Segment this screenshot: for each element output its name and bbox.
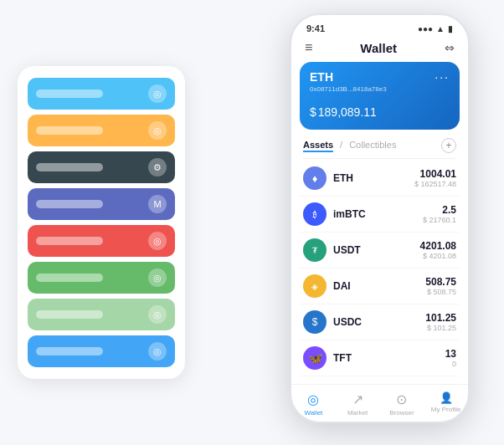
profile-nav-icon: 👤 <box>440 391 453 404</box>
card-icon: ◎ <box>148 232 167 250</box>
assets-tabs: Assets / Collectibles <box>303 140 396 152</box>
card-label <box>36 90 103 98</box>
asset-item-imbtc[interactable]: ₿ imBTC 2.5 $ 21760.1 <box>300 197 460 233</box>
asset-usd-usdc: $ 101.25 <box>425 324 456 332</box>
nav-wallet[interactable]: ◎ Wallet <box>291 391 336 417</box>
stack-card-2[interactable]: ◎ <box>28 115 175 146</box>
eth-card-name: ETH <box>310 70 333 84</box>
eth-card-address: 0x08711d3B...8418a78e3 <box>310 85 450 93</box>
expand-icon[interactable]: ⇔ <box>445 41 455 54</box>
asset-usd-dai: $ 508.75 <box>425 288 456 296</box>
eth-card-options[interactable]: ··· <box>435 70 450 84</box>
wifi-icon: ▲ <box>436 24 445 33</box>
status-time: 9:41 <box>306 23 325 33</box>
nav-browser[interactable]: ⊙ Browser <box>380 391 424 417</box>
asset-amount-tft: 13 <box>445 348 456 360</box>
tft-icon: 🦋 <box>303 346 327 370</box>
asset-name-tft: TFT <box>333 352 445 364</box>
card-icon: ◎ <box>148 269 167 287</box>
browser-nav-label: Browser <box>389 409 414 417</box>
asset-item-usdc[interactable]: $ USDC 101.25 $ 101.25 <box>300 304 460 340</box>
asset-usd-tft: 0 <box>445 360 456 368</box>
nav-market[interactable]: ↗ Market <box>336 391 380 417</box>
asset-amount-usdt: 4201.08 <box>420 240 456 252</box>
battery-icon: ▮ <box>448 24 453 33</box>
asset-amount-dai: 508.75 <box>425 276 456 288</box>
asset-amounts-usdc: 101.25 $ 101.25 <box>425 312 456 332</box>
stack-card-4[interactable]: M <box>28 188 175 220</box>
asset-amount-usdc: 101.25 <box>425 312 456 324</box>
market-nav-label: Market <box>347 409 368 417</box>
imbtc-icon: ₿ <box>303 202 327 226</box>
asset-name-imbtc: imBTC <box>333 208 423 220</box>
menu-icon[interactable]: ≡ <box>305 40 312 55</box>
tab-collectibles[interactable]: Collectibles <box>349 140 396 152</box>
asset-name-eth: ETH <box>333 172 414 184</box>
phone: 9:41 ●●● ▲ ▮ ≡ Wallet ⇔ ETH ··· 0x08711d… <box>290 13 470 423</box>
market-nav-icon: ↗ <box>352 391 363 407</box>
asset-usd-eth: $ 162517.48 <box>414 180 456 188</box>
card-icon: M <box>148 195 167 213</box>
wallet-nav-label: Wallet <box>304 409 322 417</box>
asset-name-dai: DAI <box>333 280 425 292</box>
dai-icon: ◈ <box>303 274 327 298</box>
asset-usd-imbtc: $ 21760.1 <box>423 216 456 224</box>
card-label <box>36 126 103 135</box>
card-icon: ◎ <box>148 121 167 140</box>
asset-item-dai[interactable]: ◈ DAI 508.75 $ 508.75 <box>300 269 460 304</box>
card-label <box>36 200 103 208</box>
browser-nav-icon: ⊙ <box>396 391 407 407</box>
bottom-nav: ◎ Wallet ↗ Market ⊙ Browser 👤 My Profile <box>291 384 468 422</box>
tab-assets[interactable]: Assets <box>303 140 333 152</box>
card-icon: ◎ <box>148 84 167 103</box>
signal-icon: ●●● <box>418 24 433 33</box>
asset-amounts-eth: 1004.01 $ 162517.48 <box>414 168 456 188</box>
asset-item-eth[interactable]: ♦ ETH 1004.01 $ 162517.48 <box>300 161 460 197</box>
assets-separator <box>303 158 456 159</box>
asset-item-usdt[interactable]: ₮ USDT 4201.08 $ 4201.08 <box>300 233 460 269</box>
asset-amounts-dai: 508.75 $ 508.75 <box>425 276 456 296</box>
eth-card-currency: $ <box>310 105 316 119</box>
assets-header: Assets / Collectibles + <box>291 138 468 158</box>
asset-amounts-usdt: 4201.08 $ 4201.08 <box>420 240 456 260</box>
status-bar: 9:41 ●●● ▲ ▮ <box>291 15 468 37</box>
eth-card-balance: $189,089.11 <box>310 100 450 121</box>
stack-card-7[interactable]: ◎ <box>28 299 175 330</box>
card-label <box>36 163 103 171</box>
tab-separator: / <box>340 140 342 152</box>
usdt-icon: ₮ <box>303 238 327 262</box>
card-icon: ◎ <box>148 305 167 324</box>
phone-header: ≡ Wallet ⇔ <box>291 37 468 62</box>
card-label <box>36 347 103 355</box>
asset-amounts-tft: 13 0 <box>445 348 456 368</box>
stack-card-5[interactable]: ◎ <box>28 225 175 257</box>
asset-list: ♦ ETH 1004.01 $ 162517.48 ₿ imBTC 2.5 $ … <box>291 161 468 384</box>
asset-amount-eth: 1004.01 <box>414 168 456 180</box>
stack-card-6[interactable]: ◎ <box>28 262 175 294</box>
eth-card[interactable]: ETH ··· 0x08711d3B...8418a78e3 $189,089.… <box>300 62 460 130</box>
card-label <box>36 310 103 319</box>
nav-profile[interactable]: 👤 My Profile <box>424 391 468 417</box>
asset-name-usdt: USDT <box>333 244 420 256</box>
card-label <box>36 274 103 282</box>
stack-card-1[interactable]: ◎ <box>28 78 175 110</box>
stack-card-8[interactable]: ◎ <box>28 335 175 367</box>
asset-usd-usdt: $ 4201.08 <box>420 252 456 260</box>
asset-amount-imbtc: 2.5 <box>423 204 456 216</box>
eth-icon: ♦ <box>303 166 327 190</box>
card-icon: ◎ <box>148 342 167 361</box>
asset-name-usdc: USDC <box>333 316 425 328</box>
page-title: Wallet <box>360 41 397 55</box>
scene: ◎ ◎ ⚙ M ◎ ◎ ◎ ◎ <box>18 13 486 432</box>
card-label <box>36 237 103 245</box>
stack-card-3[interactable]: ⚙ <box>28 151 175 183</box>
card-stack: ◎ ◎ ⚙ M ◎ ◎ ◎ ◎ <box>18 66 185 379</box>
add-asset-button[interactable]: + <box>441 138 456 153</box>
card-icon: ⚙ <box>148 158 167 176</box>
status-icons: ●●● ▲ ▮ <box>418 24 453 33</box>
profile-nav-label: My Profile <box>431 406 461 413</box>
eth-card-header: ETH ··· <box>310 70 450 84</box>
usdc-icon: $ <box>303 310 327 334</box>
asset-amounts-imbtc: 2.5 $ 21760.1 <box>423 204 456 224</box>
asset-item-tft[interactable]: 🦋 TFT 13 0 <box>300 340 460 376</box>
